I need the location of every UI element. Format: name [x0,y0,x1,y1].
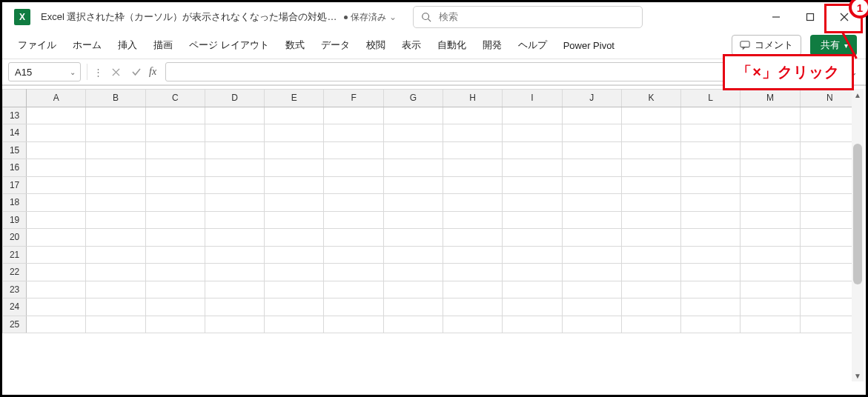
tab-insert[interactable]: 挿入 [111,34,144,56]
row-header[interactable]: 14 [3,124,27,142]
cell[interactable] [443,194,502,212]
cell[interactable] [145,141,205,159]
column-header[interactable]: F [324,90,383,107]
tab-automate[interactable]: 自動化 [431,34,473,56]
cell[interactable] [383,264,443,281]
cell[interactable] [205,194,264,212]
cell[interactable] [503,246,562,264]
cell[interactable] [86,124,145,142]
row-header[interactable]: 22 [3,264,27,281]
cell[interactable] [443,211,502,229]
cell[interactable] [681,141,741,159]
cell[interactable] [562,281,621,298]
cell[interactable] [443,298,502,316]
cell[interactable] [621,298,680,316]
tab-draw[interactable]: 描画 [147,34,179,56]
cell[interactable] [800,298,859,316]
cell[interactable] [562,246,621,264]
cell[interactable] [324,176,383,194]
cell[interactable] [145,316,205,333]
cell[interactable] [681,281,741,298]
cell[interactable] [265,211,324,229]
cell[interactable] [383,316,443,333]
cell[interactable] [503,107,562,124]
vertical-scrollbar[interactable]: ▲ ▼ [852,89,864,381]
minimize-button[interactable] [759,2,793,32]
cell[interactable] [205,264,264,281]
cell[interactable] [443,176,502,194]
cell[interactable] [800,194,859,212]
cell[interactable] [800,316,859,333]
cell[interactable] [800,281,859,298]
row-header[interactable]: 23 [3,281,27,298]
cell[interactable] [562,176,621,194]
cell[interactable] [205,176,264,194]
cell[interactable] [145,194,205,212]
cell[interactable] [383,107,443,124]
cell[interactable] [86,298,145,316]
row-header[interactable]: 17 [3,176,27,194]
cell[interactable] [681,107,741,124]
column-header[interactable]: J [562,90,621,107]
cell[interactable] [621,124,680,142]
cell[interactable] [562,298,621,316]
cell[interactable] [621,176,680,194]
cell[interactable] [562,107,621,124]
cell[interactable] [383,124,443,142]
cell[interactable] [621,281,680,298]
cell[interactable] [265,298,324,316]
cell[interactable] [86,141,145,159]
cell[interactable] [800,176,859,194]
cell[interactable] [681,316,741,333]
cell[interactable] [681,124,741,142]
cell[interactable] [145,211,205,229]
cell[interactable] [562,159,621,177]
cell[interactable] [621,211,680,229]
cell[interactable] [741,124,800,142]
cell[interactable] [86,107,145,124]
scroll-up-icon[interactable]: ▲ [852,89,864,101]
tab-file[interactable]: ファイル [11,34,63,56]
cell[interactable] [621,246,680,264]
cell[interactable] [27,211,86,229]
cell[interactable] [741,316,800,333]
name-box[interactable]: A15 ⌄ [8,62,81,81]
cell[interactable] [205,316,264,333]
cell[interactable] [27,124,86,142]
cell[interactable] [383,229,443,247]
select-all-corner[interactable] [3,90,27,107]
cell[interactable] [86,194,145,212]
cell[interactable] [443,281,502,298]
cell[interactable] [800,229,859,247]
cell[interactable] [324,316,383,333]
cell[interactable] [800,211,859,229]
cell[interactable] [503,298,562,316]
cell[interactable] [503,141,562,159]
cell[interactable] [324,141,383,159]
tab-view[interactable]: 表示 [395,34,428,56]
cell[interactable] [145,281,205,298]
cell[interactable] [86,316,145,333]
column-header[interactable]: E [265,90,324,107]
cell[interactable] [443,107,502,124]
cell[interactable] [324,124,383,142]
cell[interactable] [27,246,86,264]
enter-icon[interactable] [128,64,145,80]
cell[interactable] [681,194,741,212]
cell[interactable] [324,159,383,177]
cell[interactable] [503,281,562,298]
cell[interactable] [265,107,324,124]
cell[interactable] [145,124,205,142]
cell[interactable] [27,298,86,316]
tab-page-layout[interactable]: ページ レイアウト [182,34,276,56]
scroll-down-icon[interactable]: ▼ [852,370,864,381]
cell[interactable] [800,159,859,177]
cell[interactable] [383,281,443,298]
column-header[interactable]: D [205,90,264,107]
tab-review[interactable]: 校閲 [360,34,392,56]
cell[interactable] [205,107,264,124]
cell[interactable] [503,229,562,247]
row-header[interactable]: 16 [3,159,27,177]
column-header[interactable]: H [443,90,502,107]
tab-data[interactable]: データ [314,34,357,56]
